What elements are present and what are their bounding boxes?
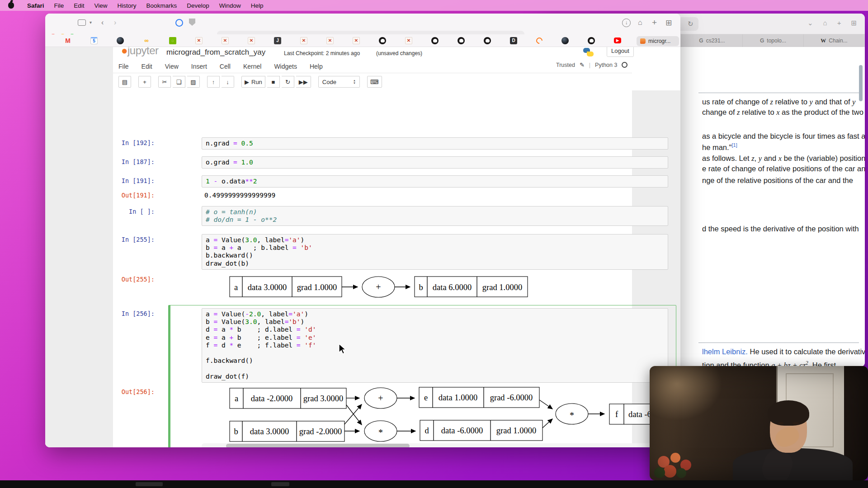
- tab-overview-icon[interactable]: ⊞: [851, 19, 857, 27]
- reload-icon[interactable]: ↻: [688, 20, 693, 28]
- github-icon[interactable]: [484, 37, 491, 44]
- tab-micrograd-active[interactable]: microgr...: [637, 36, 679, 46]
- move-cell-up-button[interactable]: ↑: [207, 76, 220, 88]
- menu-develop[interactable]: Develop: [182, 2, 214, 9]
- xmark-icon[interactable]: ✕: [300, 37, 307, 44]
- notebook-title[interactable]: micrograd_from_scratch_yay: [166, 48, 265, 57]
- menu-file[interactable]: File: [49, 2, 69, 9]
- menu-view[interactable]: View: [90, 2, 113, 9]
- calendar-icon[interactable]: 5: [90, 37, 98, 44]
- tab-overview-icon[interactable]: ⊞: [665, 18, 672, 28]
- wikipedia-favicon: W: [821, 38, 826, 44]
- xmark-icon[interactable]: ✕: [326, 37, 334, 44]
- jmenu-edit[interactable]: Edit: [135, 63, 159, 70]
- jmenu-insert[interactable]: Insert: [185, 63, 213, 70]
- tab-cs231[interactable]: G cs231...: [681, 34, 742, 47]
- menu-window[interactable]: Window: [214, 2, 246, 9]
- menu-history[interactable]: History: [113, 2, 142, 9]
- new-tab-icon[interactable]: +: [837, 19, 841, 27]
- gmail-icon[interactable]: M: [64, 37, 71, 44]
- cell-type-dropdown[interactable]: Code▲▼: [318, 76, 360, 88]
- google-favicon: G: [699, 38, 703, 44]
- menu-safari[interactable]: Safari: [22, 2, 49, 9]
- scrollbar-thumb[interactable]: [859, 65, 863, 101]
- svg-text:e: e: [424, 393, 428, 402]
- xmark-icon[interactable]: ✕: [248, 37, 255, 44]
- video-letterbox-bar: [0, 480, 868, 488]
- cut-cell-button[interactable]: ✂: [158, 76, 171, 88]
- jmenu-kernel[interactable]: Kernel: [237, 63, 268, 70]
- xmark-icon[interactable]: ✕: [195, 37, 203, 44]
- jmenu-view[interactable]: View: [159, 63, 185, 70]
- divider: [698, 343, 859, 343]
- output-prompt: Out[191]:: [113, 192, 155, 199]
- downloads-icon[interactable]: ↓: [622, 19, 631, 27]
- kernel-name[interactable]: Python 3: [595, 62, 617, 68]
- xmark-icon[interactable]: ✕: [222, 37, 229, 44]
- share-icon[interactable]: ⌂: [823, 19, 827, 27]
- nvidia-icon[interactable]: ◌: [169, 37, 176, 44]
- svg-text:f: f: [615, 410, 618, 419]
- chevron-down-icon[interactable]: ▾: [90, 20, 92, 25]
- github-icon[interactable]: [588, 37, 595, 44]
- add-cell-button[interactable]: +: [138, 76, 151, 88]
- new-tab-icon[interactable]: +: [652, 18, 657, 28]
- colab-icon[interactable]: ∞: [143, 37, 150, 44]
- trusted-badge: Trusted: [556, 62, 575, 68]
- jupyter-notebook-page: ●jupyter micrograd_from_scratch_yay Last…: [45, 47, 680, 447]
- menu-bookmarks[interactable]: Bookmarks: [142, 2, 182, 9]
- jmenu-widgets[interactable]: Widgets: [268, 63, 303, 70]
- forward-icon[interactable]: ›: [114, 19, 116, 27]
- share-icon[interactable]: ⌂: [638, 19, 642, 27]
- code-cell-input-selected[interactable]: a = Value(-2.0, label='a')b = Value(3.0,…: [202, 308, 668, 383]
- move-cell-down-button[interactable]: ↓: [222, 76, 234, 88]
- sidebar-toggle-icon[interactable]: [78, 19, 86, 26]
- logout-button[interactable]: Logout: [607, 47, 634, 57]
- j-square-icon[interactable]: J: [274, 37, 281, 44]
- dark-sphere-icon[interactable]: [561, 37, 569, 44]
- article-text: as follows. Let z, y and x be the (varia…: [702, 154, 865, 163]
- menu-edit[interactable]: Edit: [69, 2, 89, 9]
- back-icon[interactable]: ‹: [101, 19, 104, 27]
- jmenu-file[interactable]: File: [113, 63, 135, 70]
- article-text-leibniz-link[interactable]: lhelm Leibniz. He used it to calculate t…: [702, 347, 865, 356]
- command-palette-button[interactable]: ⌨: [367, 76, 382, 88]
- tab-chain-rule[interactable]: W Chain...: [803, 34, 864, 47]
- output-horizontal-scrollbar[interactable]: [202, 443, 668, 447]
- article-text: as a bicycle and the bicycle is four tim…: [702, 132, 865, 141]
- paste-cell-button[interactable]: ▨: [187, 76, 200, 88]
- jupyter-logo[interactable]: ●jupyter: [121, 47, 159, 57]
- code-cell-input[interactable]: # o = tanh(n)# do/dn = 1 - o**2: [202, 206, 668, 226]
- xmark-icon[interactable]: ✕: [405, 37, 412, 44]
- onepassword-icon[interactable]: [175, 19, 183, 27]
- interrupt-kernel-button[interactable]: ■: [267, 76, 280, 88]
- copy-cell-button[interactable]: ❏: [173, 76, 185, 88]
- jmenu-help[interactable]: Help: [303, 63, 329, 70]
- github-icon[interactable]: [379, 37, 386, 44]
- reddit-icon[interactable]: [535, 36, 544, 45]
- github-icon[interactable]: [458, 37, 465, 44]
- code-cell-input[interactable]: o.grad = 1.0: [202, 156, 668, 169]
- svg-text:*: *: [378, 427, 383, 437]
- tab-topolo[interactable]: G topolo...: [742, 34, 803, 47]
- youtube-icon[interactable]: ▶: [614, 38, 621, 43]
- cell-prompt: In [191]:: [113, 177, 155, 184]
- code-cell-input[interactable]: 1 - o.data**2: [202, 175, 668, 188]
- svg-text:b: b: [419, 283, 423, 292]
- restart-kernel-button[interactable]: ↻: [282, 76, 294, 88]
- code-cell-input[interactable]: n.grad = 0.5: [202, 137, 668, 150]
- scrollbar-thumb[interactable]: [226, 444, 410, 447]
- save-button[interactable]: ▤: [118, 76, 131, 88]
- code-cell-input[interactable]: a = Value(3.0, label='a')b = a + a ; b.l…: [202, 234, 668, 270]
- xmark-icon[interactable]: ✕: [353, 37, 360, 44]
- github-icon[interactable]: [431, 37, 439, 44]
- restart-run-all-button[interactable]: ▶▶: [296, 76, 311, 88]
- shield-icon[interactable]: [189, 19, 195, 26]
- dark-sphere-icon[interactable]: [117, 37, 124, 44]
- d-square-icon[interactable]: D: [510, 37, 517, 44]
- run-button[interactable]: ▶Run: [241, 76, 265, 88]
- downloads-icon[interactable]: ⌄: [807, 19, 813, 27]
- menu-help[interactable]: Help: [246, 2, 269, 9]
- apple-menu-icon[interactable]: [8, 2, 14, 9]
- jmenu-cell[interactable]: Cell: [213, 63, 237, 70]
